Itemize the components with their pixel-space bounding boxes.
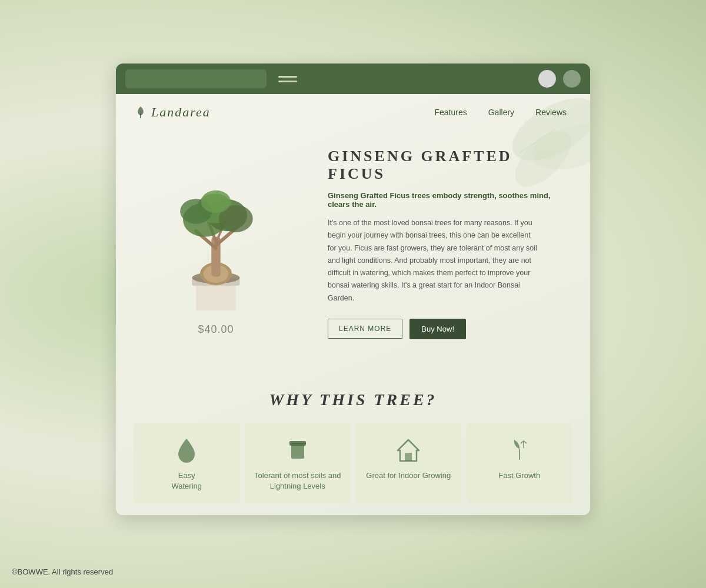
product-tagline: Ginseng Grafted Ficus trees embody stren… [328, 191, 567, 209]
product-title: Ginseng Grafted Ficus [328, 148, 567, 183]
feature-card-indoor-growing: Great for Indoor Growing [355, 423, 462, 503]
browser-btn-light[interactable] [538, 70, 556, 88]
product-description: It's one of the most loved bonsai trees … [328, 217, 540, 305]
nav-reviews[interactable]: Reviews [535, 108, 567, 117]
logo[interactable]: Landarea [134, 105, 211, 120]
product-price: $40.00 [134, 323, 298, 336]
browser-toolbar [116, 64, 590, 94]
hero-section: $40.00 Ginseng Grafted Ficus Ginseng Gra… [116, 126, 590, 373]
svg-rect-5 [196, 282, 236, 310]
features-grid: EasyWatering Tolerant of most soils and … [134, 423, 572, 503]
soil-icon [285, 437, 311, 463]
nav-gallery[interactable]: Gallery [488, 108, 514, 117]
hamburger-menu[interactable] [278, 76, 297, 82]
learn-more-button[interactable]: LEARN MORE [328, 319, 402, 339]
address-bar[interactable] [125, 69, 267, 88]
feature-label-fast-growth: Fast Growth [498, 470, 540, 481]
nav-features[interactable]: Features [434, 108, 467, 117]
feature-label-tolerant-soils: Tolerant of most soils and Lightning Lev… [254, 470, 342, 492]
house-icon [395, 437, 421, 463]
features-title: Why This Tree? [134, 390, 572, 409]
feature-label-indoor-growing: Great for Indoor Growing [366, 470, 451, 481]
feature-card-fast-growth: Fast Growth [467, 423, 573, 503]
product-info: Ginseng Grafted Ficus Ginseng Grafted Fi… [316, 148, 567, 339]
navigation: Landarea Features Gallery Reviews [116, 94, 590, 126]
website-content: Landarea Features Gallery Reviews [116, 94, 590, 515]
svg-rect-25 [405, 453, 412, 461]
logo-text: Landarea [151, 105, 211, 120]
features-section: Why This Tree? EasyWatering [116, 373, 590, 515]
buy-now-button[interactable]: Buy Now! [409, 319, 466, 339]
browser-window: Landarea Features Gallery Reviews [116, 64, 590, 515]
feature-card-tolerant-soils: Tolerant of most soils and Lightning Lev… [245, 423, 351, 503]
plant-image [151, 152, 281, 316]
svg-point-20 [201, 190, 231, 213]
nav-links: Features Gallery Reviews [434, 108, 567, 117]
logo-icon [134, 105, 148, 119]
drop-icon [174, 437, 199, 463]
copyright-text: ©BOWWE. All rights reserved [12, 567, 113, 576]
leaf-up-icon [507, 437, 532, 463]
feature-card-easy-watering: EasyWatering [134, 423, 240, 503]
hamburger-line-2 [278, 81, 297, 82]
plant-container: $40.00 [134, 152, 298, 336]
hamburger-line-1 [278, 76, 297, 78]
browser-btn-dark[interactable] [563, 70, 581, 88]
cta-buttons: LEARN MORE Buy Now! [328, 319, 567, 339]
feature-label-easy-watering: EasyWatering [171, 470, 202, 492]
